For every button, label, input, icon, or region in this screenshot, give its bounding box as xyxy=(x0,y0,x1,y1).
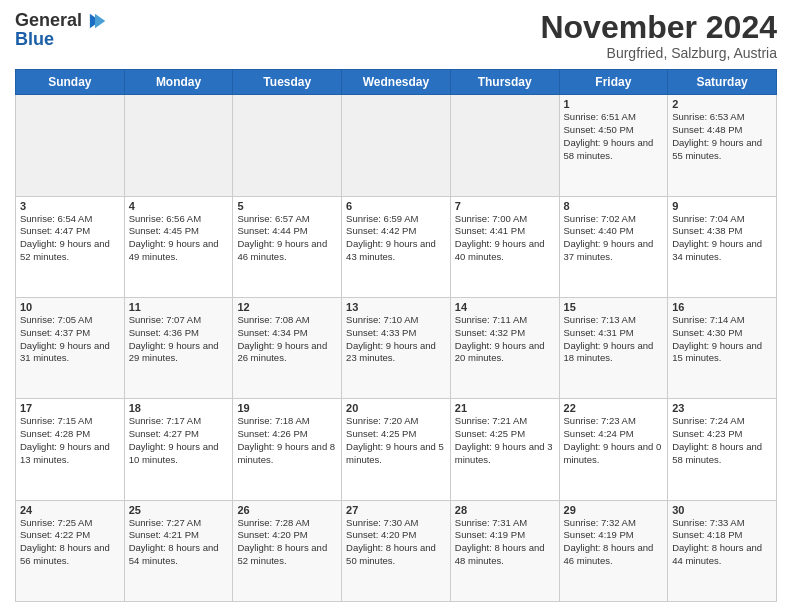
table-row: 22Sunrise: 7:23 AMSunset: 4:24 PMDayligh… xyxy=(559,399,668,500)
day-number: 6 xyxy=(346,200,446,212)
day-info: Sunrise: 7:32 AMSunset: 4:19 PMDaylight:… xyxy=(564,517,664,568)
day-number: 15 xyxy=(564,301,664,313)
day-number: 14 xyxy=(455,301,555,313)
table-row: 28Sunrise: 7:31 AMSunset: 4:19 PMDayligh… xyxy=(450,500,559,601)
table-row: 10Sunrise: 7:05 AMSunset: 4:37 PMDayligh… xyxy=(16,297,125,398)
table-row: 6Sunrise: 6:59 AMSunset: 4:42 PMDaylight… xyxy=(342,196,451,297)
day-info: Sunrise: 6:56 AMSunset: 4:45 PMDaylight:… xyxy=(129,213,229,264)
table-row: 4Sunrise: 6:56 AMSunset: 4:45 PMDaylight… xyxy=(124,196,233,297)
header-thursday: Thursday xyxy=(450,70,559,95)
day-info: Sunrise: 7:07 AMSunset: 4:36 PMDaylight:… xyxy=(129,314,229,365)
day-number: 16 xyxy=(672,301,772,313)
header-monday: Monday xyxy=(124,70,233,95)
table-row: 30Sunrise: 7:33 AMSunset: 4:18 PMDayligh… xyxy=(668,500,777,601)
table-row: 26Sunrise: 7:28 AMSunset: 4:20 PMDayligh… xyxy=(233,500,342,601)
day-info: Sunrise: 7:23 AMSunset: 4:24 PMDaylight:… xyxy=(564,415,664,466)
table-row: 15Sunrise: 7:13 AMSunset: 4:31 PMDayligh… xyxy=(559,297,668,398)
calendar-week-row: 3Sunrise: 6:54 AMSunset: 4:47 PMDaylight… xyxy=(16,196,777,297)
table-row: 18Sunrise: 7:17 AMSunset: 4:27 PMDayligh… xyxy=(124,399,233,500)
day-number: 9 xyxy=(672,200,772,212)
day-number: 4 xyxy=(129,200,229,212)
day-number: 20 xyxy=(346,402,446,414)
day-number: 30 xyxy=(672,504,772,516)
day-info: Sunrise: 7:11 AMSunset: 4:32 PMDaylight:… xyxy=(455,314,555,365)
day-number: 11 xyxy=(129,301,229,313)
day-info: Sunrise: 6:57 AMSunset: 4:44 PMDaylight:… xyxy=(237,213,337,264)
table-row: 1Sunrise: 6:51 AMSunset: 4:50 PMDaylight… xyxy=(559,95,668,196)
day-info: Sunrise: 7:10 AMSunset: 4:33 PMDaylight:… xyxy=(346,314,446,365)
day-number: 17 xyxy=(20,402,120,414)
table-row: 9Sunrise: 7:04 AMSunset: 4:38 PMDaylight… xyxy=(668,196,777,297)
day-number: 27 xyxy=(346,504,446,516)
day-number: 8 xyxy=(564,200,664,212)
logo-text-line1: General xyxy=(15,11,82,31)
day-info: Sunrise: 7:30 AMSunset: 4:20 PMDaylight:… xyxy=(346,517,446,568)
month-title: November 2024 xyxy=(540,10,777,45)
day-info: Sunrise: 7:21 AMSunset: 4:25 PMDaylight:… xyxy=(455,415,555,466)
table-row xyxy=(233,95,342,196)
day-info: Sunrise: 6:53 AMSunset: 4:48 PMDaylight:… xyxy=(672,111,772,162)
day-number: 12 xyxy=(237,301,337,313)
day-info: Sunrise: 7:28 AMSunset: 4:20 PMDaylight:… xyxy=(237,517,337,568)
table-row: 27Sunrise: 7:30 AMSunset: 4:20 PMDayligh… xyxy=(342,500,451,601)
day-info: Sunrise: 6:51 AMSunset: 4:50 PMDaylight:… xyxy=(564,111,664,162)
day-number: 19 xyxy=(237,402,337,414)
table-row: 24Sunrise: 7:25 AMSunset: 4:22 PMDayligh… xyxy=(16,500,125,601)
calendar-header-row: Sunday Monday Tuesday Wednesday Thursday… xyxy=(16,70,777,95)
table-row: 17Sunrise: 7:15 AMSunset: 4:28 PMDayligh… xyxy=(16,399,125,500)
day-info: Sunrise: 7:05 AMSunset: 4:37 PMDaylight:… xyxy=(20,314,120,365)
table-row: 11Sunrise: 7:07 AMSunset: 4:36 PMDayligh… xyxy=(124,297,233,398)
day-info: Sunrise: 7:20 AMSunset: 4:25 PMDaylight:… xyxy=(346,415,446,466)
day-number: 7 xyxy=(455,200,555,212)
svg-marker-1 xyxy=(95,14,105,29)
day-number: 21 xyxy=(455,402,555,414)
day-info: Sunrise: 7:25 AMSunset: 4:22 PMDaylight:… xyxy=(20,517,120,568)
day-info: Sunrise: 7:27 AMSunset: 4:21 PMDaylight:… xyxy=(129,517,229,568)
day-number: 28 xyxy=(455,504,555,516)
table-row: 25Sunrise: 7:27 AMSunset: 4:21 PMDayligh… xyxy=(124,500,233,601)
table-row: 20Sunrise: 7:20 AMSunset: 4:25 PMDayligh… xyxy=(342,399,451,500)
table-row: 14Sunrise: 7:11 AMSunset: 4:32 PMDayligh… xyxy=(450,297,559,398)
logo-text-line2: Blue xyxy=(15,30,54,50)
day-info: Sunrise: 7:15 AMSunset: 4:28 PMDaylight:… xyxy=(20,415,120,466)
title-block: November 2024 Burgfried, Salzburg, Austr… xyxy=(540,10,777,61)
calendar-week-row: 24Sunrise: 7:25 AMSunset: 4:22 PMDayligh… xyxy=(16,500,777,601)
day-info: Sunrise: 6:54 AMSunset: 4:47 PMDaylight:… xyxy=(20,213,120,264)
table-row: 12Sunrise: 7:08 AMSunset: 4:34 PMDayligh… xyxy=(233,297,342,398)
day-number: 1 xyxy=(564,98,664,110)
day-info: Sunrise: 7:08 AMSunset: 4:34 PMDaylight:… xyxy=(237,314,337,365)
header-wednesday: Wednesday xyxy=(342,70,451,95)
calendar-table: Sunday Monday Tuesday Wednesday Thursday… xyxy=(15,69,777,602)
subtitle: Burgfried, Salzburg, Austria xyxy=(540,45,777,61)
table-row: 7Sunrise: 7:00 AMSunset: 4:41 PMDaylight… xyxy=(450,196,559,297)
day-info: Sunrise: 7:14 AMSunset: 4:30 PMDaylight:… xyxy=(672,314,772,365)
header-friday: Friday xyxy=(559,70,668,95)
day-number: 10 xyxy=(20,301,120,313)
day-info: Sunrise: 7:17 AMSunset: 4:27 PMDaylight:… xyxy=(129,415,229,466)
day-number: 18 xyxy=(129,402,229,414)
day-number: 29 xyxy=(564,504,664,516)
table-row xyxy=(450,95,559,196)
day-number: 25 xyxy=(129,504,229,516)
table-row: 19Sunrise: 7:18 AMSunset: 4:26 PMDayligh… xyxy=(233,399,342,500)
day-number: 5 xyxy=(237,200,337,212)
day-number: 26 xyxy=(237,504,337,516)
day-info: Sunrise: 6:59 AMSunset: 4:42 PMDaylight:… xyxy=(346,213,446,264)
day-info: Sunrise: 7:24 AMSunset: 4:23 PMDaylight:… xyxy=(672,415,772,466)
table-row: 29Sunrise: 7:32 AMSunset: 4:19 PMDayligh… xyxy=(559,500,668,601)
day-info: Sunrise: 7:02 AMSunset: 4:40 PMDaylight:… xyxy=(564,213,664,264)
calendar-week-row: 17Sunrise: 7:15 AMSunset: 4:28 PMDayligh… xyxy=(16,399,777,500)
day-number: 13 xyxy=(346,301,446,313)
table-row: 8Sunrise: 7:02 AMSunset: 4:40 PMDaylight… xyxy=(559,196,668,297)
header-sunday: Sunday xyxy=(16,70,125,95)
table-row: 23Sunrise: 7:24 AMSunset: 4:23 PMDayligh… xyxy=(668,399,777,500)
day-number: 24 xyxy=(20,504,120,516)
calendar-week-row: 1Sunrise: 6:51 AMSunset: 4:50 PMDaylight… xyxy=(16,95,777,196)
table-row: 2Sunrise: 6:53 AMSunset: 4:48 PMDaylight… xyxy=(668,95,777,196)
day-info: Sunrise: 7:00 AMSunset: 4:41 PMDaylight:… xyxy=(455,213,555,264)
header-saturday: Saturday xyxy=(668,70,777,95)
day-info: Sunrise: 7:04 AMSunset: 4:38 PMDaylight:… xyxy=(672,213,772,264)
table-row: 3Sunrise: 6:54 AMSunset: 4:47 PMDaylight… xyxy=(16,196,125,297)
table-row: 16Sunrise: 7:14 AMSunset: 4:30 PMDayligh… xyxy=(668,297,777,398)
table-row: 13Sunrise: 7:10 AMSunset: 4:33 PMDayligh… xyxy=(342,297,451,398)
